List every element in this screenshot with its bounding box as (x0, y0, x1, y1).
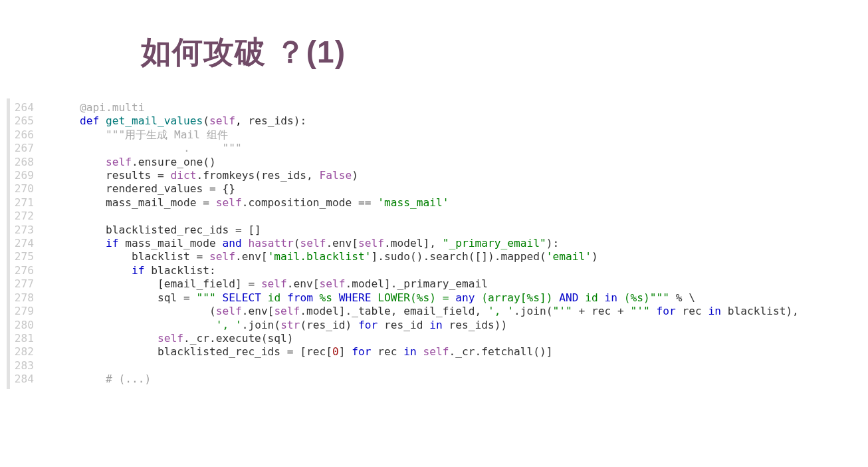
code-line: 268 self.ensure_one() (10, 156, 867, 169)
code-line: 269 results = dict.fromkeys(res_ids, Fal… (10, 169, 867, 182)
line-number: 284 (10, 373, 38, 386)
function-name: get_mail_values (106, 114, 203, 127)
keyword-in: in (429, 319, 443, 331)
line-number: 281 (10, 332, 38, 345)
keyword-in: in (708, 305, 721, 317)
code-line: 277 [email_field] = self.env[self.model]… (10, 277, 867, 291)
slide-title: 如何攻破 ？(1) (141, 32, 346, 73)
line-number: 266 (10, 128, 38, 142)
code-line: 266 """用于生成 Mail 组件 (10, 128, 867, 142)
line-number: 279 (10, 305, 38, 318)
keyword-and: and (222, 237, 241, 249)
line-number: 276 (10, 264, 38, 277)
sql-where: WHERE (339, 291, 372, 304)
keyword-for: for (358, 319, 378, 331)
param-self: self (209, 114, 235, 127)
const-false: False (320, 169, 352, 182)
sql-in: in (604, 291, 617, 304)
code-line: 276 if blacklist: (10, 264, 867, 277)
keyword-def: def (80, 114, 99, 127)
sql-and: AND (559, 291, 578, 304)
line-number: 264 (10, 101, 38, 114)
comment: # (...) (106, 373, 151, 385)
code-line: 278 sql = """ SELECT id from %s WHERE LO… (10, 291, 867, 305)
builtin-hasattr: hasattr (248, 237, 293, 249)
code-line: 274 if mass_mail_mode and hasattr(self.e… (10, 237, 867, 250)
line-number: 282 (10, 345, 38, 359)
code-line: 271 mass_mail_mode = self.composition_mo… (10, 196, 867, 210)
number-literal: 0 (332, 345, 339, 358)
line-number: 275 (10, 250, 38, 263)
code-line: 283 (10, 359, 867, 373)
line-number: 273 (10, 224, 38, 237)
line-number: 268 (10, 156, 38, 169)
builtin-dict: dict (170, 169, 196, 182)
line-number: 265 (10, 114, 38, 128)
code-line: 281 self._cr.execute(sql) (10, 332, 867, 345)
code-block: 264 @api.multi 265 def get_mail_values(s… (7, 98, 867, 389)
line-number: 277 (10, 277, 38, 291)
keyword-for: for (656, 305, 675, 317)
line-number: 280 (10, 319, 38, 332)
docstring-text: 用于生成 Mail 组件 (125, 128, 227, 141)
code-line: 270 rendered_values = {} (10, 182, 867, 196)
sql-any: any (455, 291, 475, 304)
line-number: 271 (10, 196, 38, 210)
code-line: 282 blacklisted_rec_ids = [rec[0] for re… (10, 345, 867, 359)
docstring-open: """ (106, 128, 125, 141)
keyword-if: if (106, 237, 119, 249)
sql-from: from (287, 291, 313, 304)
code-line: 275 blacklist = self.env['mail.blacklist… (10, 250, 867, 263)
code-line: 272 (10, 210, 867, 223)
line-number: 274 (10, 237, 38, 250)
code-line: 279 (self.env[self.model]._table, email_… (10, 305, 867, 318)
keyword-if: if (132, 264, 145, 277)
keyword-for: for (352, 345, 371, 358)
code-line: 264 @api.multi (10, 101, 867, 114)
line-number: 269 (10, 169, 38, 182)
decorator: @api.multi (80, 101, 144, 114)
code-line: 273 blacklisted_rec_ids = [] (10, 224, 867, 237)
string-literal: 'mass_mail' (378, 196, 449, 209)
line-number: 267 (10, 142, 38, 155)
docstring-close: """ (222, 142, 241, 154)
line-number: 270 (10, 182, 38, 196)
keyword-in: in (403, 345, 417, 358)
code-line: 265 def get_mail_values(self, res_ids): (10, 114, 867, 128)
line-number: 278 (10, 291, 38, 305)
code-line: 284 # (...) (10, 373, 867, 386)
sql-select: SELECT (222, 291, 261, 304)
builtin-str: str (280, 319, 300, 331)
code-line: 280 ', '.join(str(res_id) for res_id in … (10, 319, 867, 332)
line-number: 272 (10, 210, 38, 223)
code-line: 267 . """ (10, 142, 867, 155)
line-number: 283 (10, 359, 38, 373)
